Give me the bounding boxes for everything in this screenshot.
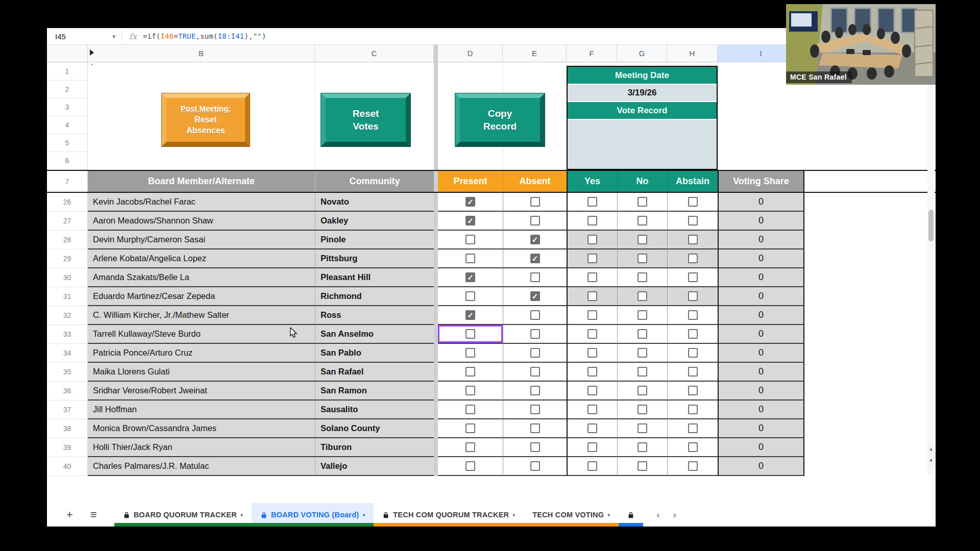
reset-votes-button[interactable]: Reset Votes [321, 93, 410, 146]
voting-share-cell[interactable]: 0 [718, 193, 804, 212]
absent-checkbox[interactable] [530, 386, 540, 395]
row-number[interactable]: 33 [47, 325, 88, 344]
copy-record-button[interactable]: Copy Record [455, 93, 545, 146]
abstain-checkbox[interactable] [688, 310, 698, 320]
present-checkbox[interactable] [465, 367, 475, 377]
row-number[interactable]: 35 [47, 363, 88, 382]
voting-share-cell[interactable]: 0 [718, 344, 804, 363]
no-checkbox[interactable] [638, 216, 647, 226]
freeze-divider[interactable] [434, 45, 438, 62]
no-checkbox[interactable] [638, 291, 647, 301]
yes-checkbox[interactable] [587, 348, 597, 358]
no-checkbox[interactable] [638, 272, 647, 282]
yes-checkbox[interactable] [587, 405, 597, 414]
absent-checkbox[interactable] [530, 461, 540, 471]
present-checkbox[interactable] [465, 310, 475, 320]
unhide-column-arrow-icon[interactable] [90, 49, 94, 56]
absent-checkbox[interactable] [530, 442, 540, 452]
present-checkbox[interactable] [465, 197, 475, 207]
yes-checkbox[interactable] [587, 386, 597, 395]
abstain-checkbox[interactable] [688, 423, 698, 433]
chevron-down-icon[interactable]: ▾ [607, 512, 610, 518]
absent-checkbox[interactable] [530, 423, 540, 433]
column-header-h[interactable]: H [667, 45, 718, 62]
row-number[interactable]: 34 [47, 344, 88, 363]
row-number[interactable]: 5 [47, 134, 88, 152]
voting-share-cell[interactable]: 0 [718, 382, 804, 400]
abstain-checkbox[interactable] [688, 216, 698, 226]
add-sheet-button[interactable]: + [66, 508, 73, 521]
member-cell[interactable]: Holli Thier/Jack Ryan [88, 438, 315, 457]
row-number[interactable]: 26 [47, 193, 88, 212]
abstain-checkbox[interactable] [688, 442, 698, 452]
row-number[interactable]: 27 [47, 212, 88, 231]
present-checkbox[interactable] [465, 386, 475, 395]
formula-text[interactable]: =if(I46=TRUE,sum(I8:I41),"") [143, 32, 266, 40]
community-cell[interactable]: Tiburon [315, 438, 434, 457]
abstain-checkbox[interactable] [688, 348, 698, 358]
column-header-b[interactable]: B [88, 45, 315, 62]
community-cell[interactable]: San Pablo [315, 344, 434, 363]
abstain-checkbox[interactable] [688, 367, 698, 377]
row-number[interactable]: 1 [47, 62, 88, 81]
present-checkbox[interactable] [465, 235, 475, 244]
all-sheets-menu-button[interactable]: ≡ [90, 508, 97, 521]
column-header-d[interactable]: D [438, 45, 503, 62]
absent-checkbox[interactable] [530, 348, 540, 358]
community-cell[interactable]: Novato [315, 193, 434, 212]
column-header-e[interactable]: E [503, 45, 567, 62]
row-number[interactable]: 32 [47, 306, 88, 325]
no-checkbox[interactable] [638, 423, 647, 433]
sheet-tab-board-voting-board[interactable]: BOARD VOTING (Board)▾ [252, 503, 374, 527]
community-cell[interactable]: Pleasant Hill [315, 268, 434, 287]
yes-checkbox[interactable] [587, 310, 597, 320]
community-cell[interactable]: Pittsburg [315, 249, 434, 268]
abstain-checkbox[interactable] [688, 254, 698, 263]
absent-checkbox[interactable] [530, 235, 540, 244]
present-checkbox[interactable] [465, 442, 475, 452]
yes-checkbox[interactable] [587, 216, 597, 226]
meeting-date-value[interactable]: 3/19/26 [568, 85, 717, 102]
present-checkbox[interactable] [465, 423, 475, 433]
abstain-checkbox[interactable] [688, 197, 698, 207]
yes-checkbox[interactable] [587, 235, 597, 244]
abstain-checkbox[interactable] [688, 386, 698, 395]
community-cell[interactable]: Solano County [315, 419, 434, 438]
no-checkbox[interactable] [638, 367, 647, 377]
abstain-checkbox[interactable] [688, 405, 698, 414]
member-cell[interactable]: Amanda Szakats/Belle La [88, 268, 315, 287]
name-box[interactable]: I45 ▾ [47, 32, 119, 41]
member-cell[interactable]: Eduardo Martinez/Cesar Zepeda [88, 287, 315, 306]
no-checkbox[interactable] [638, 386, 647, 395]
member-cell[interactable]: Sridhar Verose/Robert Jweinat [88, 382, 315, 400]
yes-checkbox[interactable] [587, 197, 597, 207]
yes-checkbox[interactable] [587, 291, 597, 301]
yes-checkbox[interactable] [587, 423, 597, 433]
member-cell[interactable]: Patricia Ponce/Arturo Cruz [88, 344, 315, 363]
abstain-checkbox[interactable] [688, 235, 698, 244]
absent-checkbox[interactable] [530, 291, 540, 301]
row-number[interactable]: 38 [47, 419, 88, 438]
absent-checkbox[interactable] [530, 405, 540, 414]
no-checkbox[interactable] [638, 461, 647, 471]
no-checkbox[interactable] [638, 348, 647, 358]
row-number[interactable]: 3 [47, 98, 88, 116]
vertical-scrollbar[interactable] [927, 62, 935, 474]
chevron-down-icon[interactable]: ▾ [240, 512, 243, 518]
voting-share-cell[interactable]: 0 [718, 419, 804, 438]
voting-share-cell[interactable]: 0 [718, 325, 804, 344]
abstain-checkbox[interactable] [688, 461, 698, 471]
row-number[interactable]: 36 [47, 382, 88, 400]
member-cell[interactable]: Charles Palmares/J.R. Matulac [88, 457, 315, 476]
member-cell[interactable]: Aaron Meadows/Shannon Shaw [88, 212, 315, 231]
no-checkbox[interactable] [638, 310, 647, 320]
scrollbar-thumb[interactable] [928, 210, 934, 241]
column-header-c[interactable]: C [315, 45, 434, 62]
cell-b1-value[interactable]: ` [91, 63, 93, 72]
present-checkbox[interactable] [465, 405, 475, 414]
absent-checkbox[interactable] [530, 197, 540, 207]
row-number[interactable]: 29 [47, 249, 88, 268]
present-checkbox[interactable] [465, 291, 475, 301]
absent-checkbox[interactable] [530, 367, 540, 377]
no-checkbox[interactable] [638, 254, 647, 263]
